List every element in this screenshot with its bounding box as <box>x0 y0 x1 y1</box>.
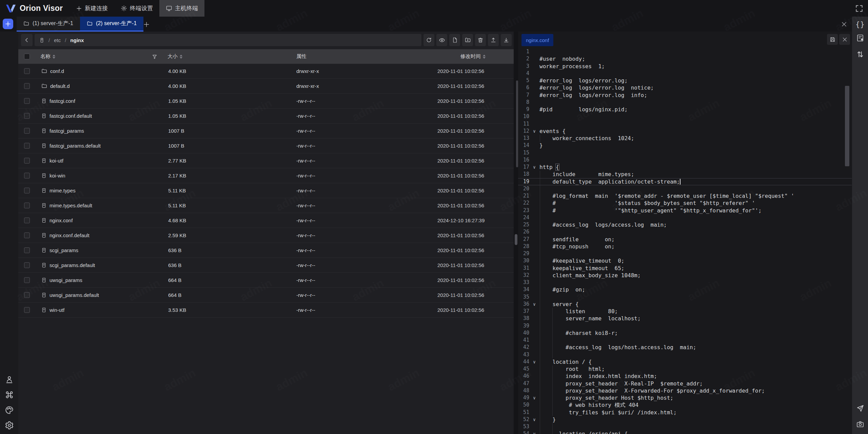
panel-divider[interactable] <box>514 32 518 434</box>
fold-chevron-icon[interactable]: ∨ <box>529 358 539 365</box>
code-line[interactable]: 39 <box>518 322 852 329</box>
fold-chevron-icon[interactable] <box>529 401 539 409</box>
fold-chevron-icon[interactable] <box>529 279 539 286</box>
row-checkbox[interactable] <box>24 307 30 313</box>
back-button[interactable] <box>21 34 33 46</box>
fold-chevron-icon[interactable] <box>529 228 539 235</box>
file-name[interactable]: default.d <box>50 83 70 89</box>
row-checkbox[interactable] <box>24 232 30 238</box>
fold-chevron-icon[interactable] <box>529 257 539 264</box>
table-row[interactable]: mime.types.default 5.11 KB -rw-r--r-- 20… <box>18 198 514 213</box>
code-line[interactable]: 3 worker_processes 1; <box>518 63 852 70</box>
table-row[interactable]: koi-win 2.17 KB -rw-r--r-- 2020-11-01 10… <box>18 168 514 183</box>
code-line[interactable]: 10 <box>518 113 852 120</box>
fold-chevron-icon[interactable]: ∨ <box>529 164 539 171</box>
code-line[interactable]: 44 ∨ location / { <box>518 358 852 365</box>
resize-handle[interactable] <box>515 234 517 245</box>
tab-server-2[interactable]: (2) server-生产-1 <box>80 17 143 32</box>
fold-chevron-icon[interactable] <box>529 221 539 228</box>
file-name[interactable]: scgi_params <box>50 247 78 253</box>
file-name[interactable]: uwsgi_params <box>50 277 82 283</box>
table-row[interactable]: uwsgi_params 664 B -rw-r--r-- 2020-11-01… <box>18 273 514 288</box>
fold-chevron-icon[interactable]: ∨ <box>529 301 539 308</box>
add-tab-button[interactable] <box>142 20 151 29</box>
code-line[interactable]: 41 <box>518 337 852 344</box>
code-line[interactable]: 31 keepalive_timeout 65; <box>518 265 852 272</box>
table-row[interactable]: scgi_params 636 B -rw-r--r-- 2020-11-01 … <box>18 243 514 258</box>
fold-chevron-icon[interactable] <box>529 373 539 380</box>
fold-chevron-icon[interactable] <box>529 365 539 373</box>
menu-terminal-settings[interactable]: 终端设置 <box>114 0 159 17</box>
code-line[interactable]: 7 #error_log logs/error.log info; <box>518 92 852 99</box>
fold-chevron-icon[interactable] <box>529 207 539 214</box>
table-row[interactable]: nginx.conf.default 2.59 KB -rw-r--r-- 20… <box>18 228 514 243</box>
file-name[interactable]: mime.types.default <box>50 203 92 208</box>
braces-editor-icon[interactable]: {} <box>855 19 865 30</box>
row-checkbox[interactable] <box>24 113 30 119</box>
code-line[interactable]: 14 } <box>518 142 852 149</box>
code-line[interactable]: 8 <box>518 99 852 106</box>
fold-chevron-icon[interactable] <box>529 185 539 192</box>
table-row[interactable]: win-utf 3.53 KB -rw-r--r-- 2020-11-01 10… <box>18 303 514 318</box>
fold-chevron-icon[interactable] <box>529 387 539 394</box>
file-name[interactable]: nginx.conf.default <box>50 232 90 238</box>
code-line[interactable]: 27 sendfile on; <box>518 236 852 243</box>
file-name[interactable]: uwsgi_params.default <box>50 292 99 298</box>
file-name[interactable]: fastcgi_params.default <box>50 143 101 149</box>
refresh-button[interactable] <box>423 34 434 46</box>
table-row[interactable]: default.d 4.00 KB drwxr-xr-x 2020-11-01 … <box>18 79 514 94</box>
row-checkbox[interactable] <box>24 128 30 134</box>
code-line[interactable]: 4 <box>518 70 852 77</box>
code-line[interactable]: 28 #tcp_nopush on; <box>518 243 852 250</box>
table-row[interactable]: scgi_params.default 636 B -rw-r--r-- 202… <box>18 258 514 273</box>
menu-new-connection[interactable]: 新建连接 <box>70 0 114 17</box>
fold-chevron-icon[interactable] <box>529 380 539 387</box>
code-line[interactable]: 16 <box>518 156 852 164</box>
row-checkbox[interactable] <box>24 83 30 89</box>
table-row[interactable]: uwsgi_params.default 664 B -rw-r--r-- 20… <box>18 288 514 303</box>
code-line[interactable]: 19 default_type application/octet-stream… <box>518 178 852 185</box>
fold-chevron-icon[interactable] <box>529 272 539 279</box>
code-line[interactable]: 33 <box>518 279 852 286</box>
code-line[interactable]: 52 ∨ } <box>518 416 852 423</box>
fold-chevron-icon[interactable] <box>529 409 539 416</box>
fold-chevron-icon[interactable] <box>529 48 539 55</box>
code-line[interactable]: 20 <box>518 185 852 192</box>
code-line[interactable]: 6 #error_log logs/error.log notice; <box>518 84 852 91</box>
code-line[interactable]: 22 # '$status $body_bytes_sent "$http_re… <box>518 200 852 207</box>
code-line[interactable]: 1 <box>518 48 852 55</box>
code-line[interactable]: 40 #charset koi8-r; <box>518 329 852 337</box>
fold-chevron-icon[interactable] <box>529 63 539 70</box>
settings-gear-icon[interactable] <box>5 421 14 430</box>
fold-chevron-icon[interactable]: ∨ <box>529 416 539 423</box>
tab-server-1[interactable]: (1) server-生产-1 <box>17 17 80 32</box>
row-checkbox[interactable] <box>24 68 30 74</box>
file-name[interactable]: mime.types <box>50 188 76 193</box>
fold-chevron-icon[interactable]: ∨ <box>529 430 539 434</box>
preview-eye-button[interactable] <box>436 34 447 46</box>
editor-scrollbar[interactable] <box>845 86 849 166</box>
table-row[interactable]: fastcgi.conf 1.05 KB -rw-r--r-- 2020-11-… <box>18 94 514 109</box>
code-line[interactable]: 38 server_name localhost; <box>518 315 852 322</box>
command-icon[interactable] <box>5 390 14 399</box>
sort-size-icon[interactable] <box>180 55 182 59</box>
code-line[interactable]: 49 ∨ proxy_set_header Host $http_host; <box>518 394 852 401</box>
row-checkbox[interactable] <box>24 173 30 178</box>
file-name[interactable]: koi-utf <box>50 158 63 164</box>
file-name[interactable]: fastcgi.conf <box>50 98 75 104</box>
code-line[interactable]: 54 ∨ location /orion/api { <box>518 430 852 434</box>
screenshot-camera-icon[interactable] <box>855 419 865 429</box>
fold-chevron-icon[interactable] <box>529 70 539 77</box>
fold-chevron-icon[interactable]: ∨ <box>529 394 539 401</box>
row-checkbox[interactable] <box>24 203 30 208</box>
filter-icon[interactable] <box>152 54 157 59</box>
new-session-button[interactable] <box>3 19 13 29</box>
code-line[interactable]: 5 #error_log logs/error.log; <box>518 77 852 84</box>
fold-chevron-icon[interactable] <box>529 315 539 322</box>
code-line[interactable]: 48 proxy_set_header X-Forwarded-For $pro… <box>518 387 852 394</box>
table-row[interactable]: fastcgi_params.default 1007 B -rw-r--r--… <box>18 138 514 153</box>
code-line[interactable]: 9 #pid logs/nginx.pid; <box>518 106 852 113</box>
code-line[interactable]: 37 listen 80; <box>518 308 852 315</box>
user-icon[interactable] <box>5 375 14 384</box>
sort-mtime-icon[interactable] <box>483 55 486 59</box>
